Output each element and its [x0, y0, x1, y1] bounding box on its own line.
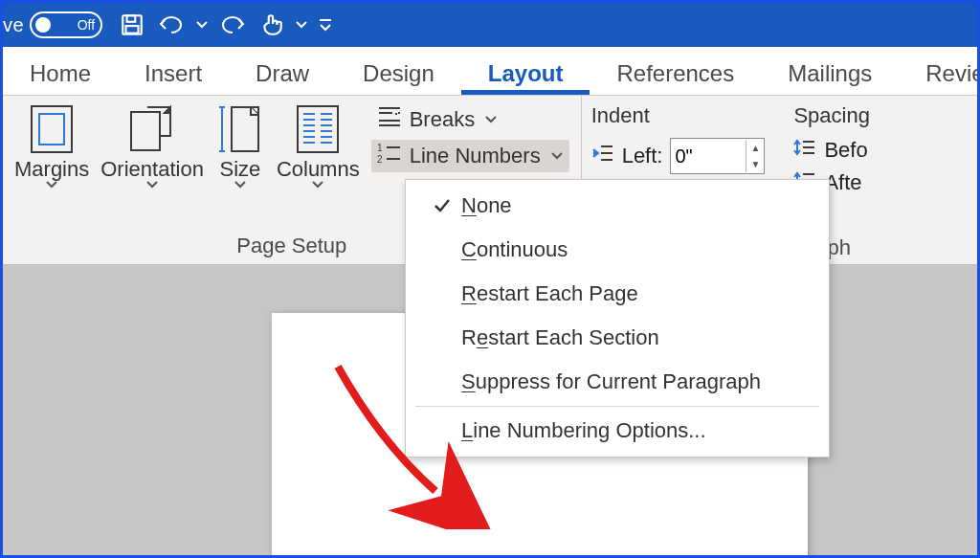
- size-button[interactable]: Size: [210, 101, 271, 190]
- breaks-label: Breaks: [410, 107, 475, 132]
- autosave-state: Off: [78, 17, 95, 33]
- line-numbers-button[interactable]: 12 Line Numbers: [371, 140, 569, 172]
- checkmark-icon: [423, 197, 461, 214]
- line-numbers-menu: None Continuous Restart Each Page Restar…: [405, 179, 830, 458]
- menu-label: one: [477, 193, 512, 217]
- indent-left-icon: [591, 144, 614, 168]
- title-bar: ve Off: [3, 3, 977, 47]
- size-icon: [215, 103, 265, 155]
- tab-home[interactable]: Home: [3, 51, 118, 95]
- orientation-icon: [127, 103, 177, 155]
- menu-label: ine Numbering Options...: [473, 418, 705, 442]
- svg-rect-5: [39, 114, 64, 145]
- menu-item-restart-section[interactable]: Restart Each Section: [406, 316, 829, 360]
- svg-text:2: 2: [377, 154, 383, 165]
- menu-item-continuous[interactable]: Continuous: [406, 228, 829, 272]
- tab-references[interactable]: References: [590, 51, 761, 95]
- undo-button[interactable]: [152, 3, 192, 47]
- menu-separator: [415, 406, 819, 407]
- margins-icon: [27, 103, 77, 155]
- touch-mode-caret[interactable]: [292, 3, 311, 47]
- columns-icon: [293, 103, 343, 155]
- indent-heading: Indent: [591, 101, 775, 130]
- tab-design[interactable]: Design: [336, 51, 461, 95]
- columns-button[interactable]: Columns: [271, 101, 366, 190]
- menu-label: estart Each Page: [477, 281, 638, 305]
- autosave-toggle[interactable]: Off: [30, 11, 102, 38]
- indent-left-spinner[interactable]: ▲▼: [670, 138, 765, 174]
- breaks-button[interactable]: Breaks: [371, 103, 569, 136]
- margins-label: Margins: [14, 157, 89, 182]
- menu-item-none[interactable]: None: [406, 184, 829, 228]
- menu-label: uppress for Current Paragraph: [476, 369, 761, 393]
- svg-rect-2: [126, 26, 139, 33]
- indent-left-input[interactable]: [671, 144, 746, 169]
- spacing-after-label: Afte: [824, 170, 861, 195]
- save-button[interactable]: [112, 3, 152, 47]
- redo-button[interactable]: [212, 3, 252, 47]
- line-numbers-label: Line Numbers: [410, 144, 541, 168]
- qat-customize-button[interactable]: [311, 3, 340, 47]
- spacing-before-label: Befo: [824, 138, 867, 163]
- undo-split-caret[interactable]: [192, 3, 212, 47]
- spacing-before-icon: [793, 138, 816, 163]
- svg-rect-6: [131, 112, 160, 150]
- columns-label: Columns: [277, 157, 360, 182]
- chevron-down-icon: [311, 180, 324, 190]
- margins-button[interactable]: Margins: [9, 101, 95, 190]
- line-numbers-icon: 12: [377, 142, 402, 170]
- menu-label: ontinuous: [477, 237, 568, 261]
- tab-layout[interactable]: Layout: [461, 51, 590, 95]
- chevron-down-icon: [45, 180, 58, 190]
- menu-item-restart-page[interactable]: Restart Each Page: [406, 272, 829, 316]
- menu-label: start Each Section: [488, 325, 659, 349]
- ribbon-tabstrip: Home Insert Draw Design Layout Reference…: [3, 47, 977, 96]
- menu-item-suppress[interactable]: Suppress for Current Paragraph: [406, 360, 829, 404]
- spinner-down[interactable]: ▼: [746, 156, 764, 172]
- chevron-down-icon: [234, 180, 247, 190]
- tab-draw[interactable]: Draw: [229, 51, 336, 95]
- tab-insert[interactable]: Insert: [118, 51, 229, 95]
- spacing-heading: Spacing: [793, 101, 870, 130]
- tab-review[interactable]: Review: [899, 51, 980, 95]
- tab-mailings[interactable]: Mailings: [761, 51, 899, 95]
- svg-text:1: 1: [377, 143, 383, 153]
- menu-item-options[interactable]: Line Numbering Options...: [406, 409, 829, 453]
- orientation-label: Orientation: [100, 157, 204, 182]
- size-label: Size: [219, 157, 260, 182]
- spinner-up[interactable]: ▲: [746, 140, 764, 156]
- svg-rect-1: [127, 15, 136, 22]
- touch-mode-button[interactable]: [252, 3, 292, 47]
- chevron-down-icon: [484, 115, 498, 124]
- chevron-down-icon: [550, 151, 564, 161]
- breaks-icon: [377, 105, 402, 134]
- orientation-button[interactable]: Orientation: [95, 101, 210, 190]
- chevron-down-icon: [145, 180, 159, 190]
- autosave-label: ve: [3, 14, 24, 36]
- indent-left-label: Left:: [622, 144, 663, 168]
